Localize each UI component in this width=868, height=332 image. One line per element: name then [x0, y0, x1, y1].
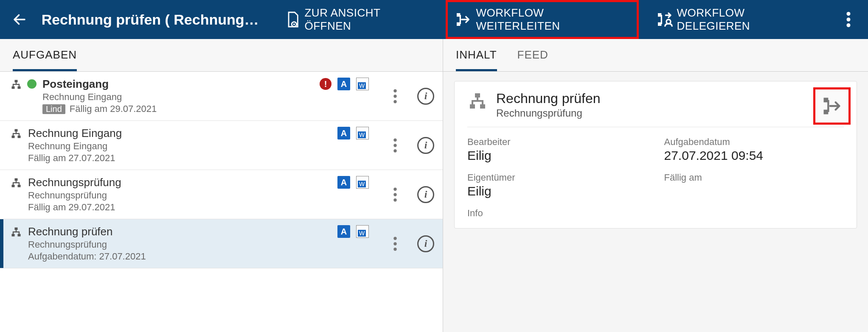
task-title: Rechnungsprüfung — [28, 176, 155, 189]
tab-content[interactable]: INHALT — [456, 48, 497, 71]
task-type-icons: A — [337, 225, 369, 238]
field-aufgabendatum: Aufgabendatum 27.07.2021 09:54 — [664, 137, 844, 163]
app-header: Rechnung prüfen ( Rechnung… ZUR ANSICHT … — [0, 0, 868, 39]
field-label: Bearbeiter — [467, 137, 647, 148]
svg-point-19 — [393, 138, 396, 141]
archive-a-icon: A — [337, 127, 350, 139]
left-tabs: AUFGABEN — [0, 39, 443, 72]
field-label: Eigentümer — [467, 172, 647, 183]
task-meta-text: Fällig am 27.07.2021 — [28, 153, 115, 164]
delegate-workflow-label: WORKFLOW DELEGIEREN — [677, 6, 820, 33]
left-pane: AUFGABEN PosteingangRechnung EingangLind… — [0, 39, 443, 332]
svg-point-32 — [393, 242, 396, 245]
field-value: Eilig — [467, 148, 647, 163]
word-doc-icon — [356, 78, 369, 90]
delegate-workflow-button[interactable]: WORKFLOW DELEGIEREN — [649, 2, 827, 37]
task-subtitle: Rechnung Eingang — [28, 141, 155, 152]
task-title: Posteingang — [42, 78, 170, 91]
task-title: Rechnung Eingang — [28, 127, 155, 140]
svg-rect-29 — [12, 234, 15, 237]
forward-workflow-shortcut[interactable] — [813, 87, 851, 125]
task-row[interactable]: Rechnung prüfenRechnungsprüfungAufgabend… — [0, 219, 443, 268]
task-more-button[interactable] — [386, 185, 405, 204]
task-info-button[interactable]: i — [416, 185, 435, 204]
open-view-label: ZUR ANSICHT ÖFFNEN — [304, 6, 429, 33]
field-label: Fällig am — [664, 172, 844, 183]
task-info-button[interactable]: i — [416, 87, 435, 106]
workflow-icon — [10, 78, 22, 90]
back-button[interactable] — [9, 9, 30, 30]
user-badge: Lind — [42, 104, 65, 114]
task-meta: Fällig am 27.07.2021 — [28, 153, 155, 164]
svg-point-31 — [393, 237, 396, 240]
task-row[interactable]: PosteingangRechnung EingangLindFällig am… — [0, 72, 443, 121]
task-subtitle: Rechnung Eingang — [42, 92, 170, 103]
field-label: Aufgabendatum — [664, 137, 844, 148]
field-info: Info — [467, 208, 844, 219]
word-doc-icon — [356, 225, 369, 238]
task-row[interactable]: Rechnung EingangRechnung EingangFällig a… — [0, 121, 443, 170]
svg-point-15 — [393, 100, 396, 103]
header-actions: ZUR ANSICHT ÖFFNEN WORKFLOW WEITERLEITEN — [279, 0, 826, 39]
svg-rect-11 — [12, 86, 15, 89]
detail-title: Rechnung prüfen — [496, 91, 601, 106]
tab-tasks[interactable]: AUFGABEN — [13, 48, 77, 71]
word-doc-icon — [356, 176, 369, 189]
forward-workflow-button[interactable]: WORKFLOW WEITERLEITEN — [446, 0, 638, 39]
field-label: Info — [467, 208, 844, 219]
svg-rect-24 — [18, 185, 21, 187]
more-menu-button[interactable] — [838, 9, 859, 30]
svg-point-20 — [393, 144, 396, 147]
field-eigentuemer: Eigentümer Eilig — [467, 172, 647, 198]
svg-rect-38 — [480, 104, 485, 109]
svg-rect-37 — [470, 104, 475, 109]
workflow-forward-icon — [455, 11, 472, 28]
task-meta: Aufgabendatum: 27.07.2021 — [28, 251, 155, 262]
tab-feed[interactable]: FEED — [517, 48, 548, 71]
task-info-button[interactable]: i — [416, 136, 435, 155]
task-subtitle: Rechnungsprüfung — [28, 190, 155, 201]
task-type-icons: A — [337, 176, 369, 189]
field-value: 27.07.2021 09:54 — [664, 148, 844, 163]
task-subtitle: Rechnungsprüfung — [28, 239, 155, 250]
svg-rect-28 — [15, 228, 18, 230]
svg-rect-30 — [18, 234, 21, 237]
svg-rect-16 — [15, 129, 18, 132]
field-faellig: Fällig am — [664, 172, 844, 198]
forward-workflow-label: WORKFLOW WEITERLEITEN — [476, 6, 629, 33]
svg-rect-17 — [12, 136, 15, 138]
svg-point-25 — [393, 187, 396, 190]
field-value: Eilig — [467, 184, 647, 198]
svg-point-14 — [393, 95, 396, 98]
archive-a-icon: A — [337, 225, 350, 238]
task-meta-text: Fällig am 29.07.2021 — [70, 103, 157, 114]
archive-a-icon: A — [337, 78, 350, 90]
workflow-icon — [10, 226, 22, 238]
task-meta: Fällig am 29.07.2021 — [28, 202, 155, 213]
svg-point-26 — [393, 193, 396, 196]
task-info-button[interactable]: i — [416, 234, 435, 253]
workflow-icon — [10, 177, 22, 189]
task-row[interactable]: RechnungsprüfungRechnungsprüfungFällig a… — [0, 170, 443, 219]
svg-point-21 — [393, 149, 396, 152]
workflow-icon — [467, 91, 488, 111]
task-more-button[interactable] — [386, 136, 405, 155]
svg-point-7 — [847, 12, 851, 16]
task-more-button[interactable] — [386, 234, 405, 253]
status-dot-icon — [27, 79, 37, 89]
right-tabs: INHALT FEED — [443, 39, 868, 72]
task-type-icons: A — [337, 127, 369, 139]
svg-point-8 — [847, 18, 851, 22]
svg-rect-10 — [15, 80, 18, 83]
open-view-button[interactable]: ZUR ANSICHT ÖFFNEN — [279, 2, 435, 37]
workflow-delegate-icon — [656, 11, 673, 28]
task-meta-text: Fällig am 29.07.2021 — [28, 202, 115, 213]
urgent-icon: ! — [320, 78, 331, 90]
svg-point-9 — [847, 23, 851, 27]
svg-point-27 — [393, 198, 396, 201]
detail-card: Rechnung prüfen Rechnungsprüfung Bearbei… — [454, 81, 857, 229]
task-meta: LindFällig am 29.07.2021 — [42, 103, 170, 114]
right-pane: INHALT FEED — [443, 39, 868, 332]
svg-rect-36 — [475, 93, 480, 98]
task-more-button[interactable] — [386, 87, 405, 106]
